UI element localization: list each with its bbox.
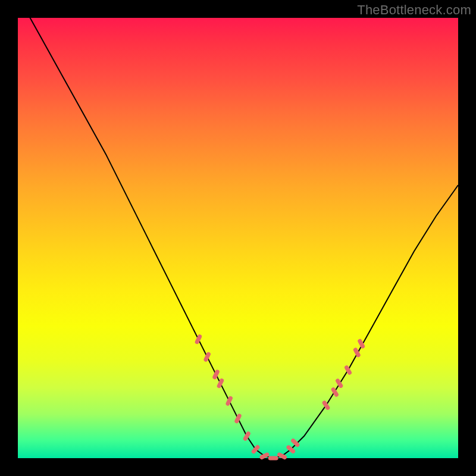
curve-marker [228, 398, 230, 403]
curve-marker [347, 368, 350, 373]
curve-marker [245, 434, 248, 439]
curve-marker [355, 350, 358, 355]
curve-marker [262, 455, 267, 457]
curve-marker [289, 447, 293, 452]
curve-marker [333, 390, 336, 394]
curve-marker [197, 337, 199, 342]
curve-marker [293, 441, 298, 445]
plot-area [18, 18, 458, 458]
curve-marker [280, 455, 285, 457]
curve-marker [215, 372, 217, 377]
bottleneck-curve [18, 0, 458, 458]
curve-svg [18, 18, 458, 458]
curve-marker [253, 447, 258, 452]
curve-marker [237, 416, 239, 421]
curve-marker [338, 381, 341, 386]
curve-marker [219, 381, 221, 386]
curve-marker [324, 403, 328, 408]
curve-marker [206, 354, 208, 359]
watermark-text: TheBottleneck.com [357, 2, 471, 18]
curve-marker [360, 341, 363, 346]
